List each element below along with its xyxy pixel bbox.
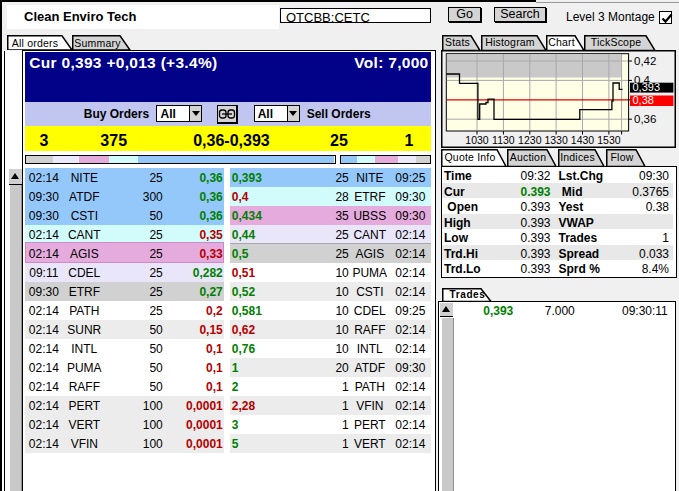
svg-text:1330: 1330 — [544, 134, 568, 146]
svg-text:0,42: 0,42 — [634, 55, 656, 67]
svg-text:1130: 1130 — [492, 134, 515, 146]
svg-text:1030: 1030 — [465, 134, 489, 146]
svg-text:0,36: 0,36 — [634, 113, 656, 125]
svg-text:0,38: 0,38 — [633, 94, 654, 106]
svg-text:1430: 1430 — [571, 134, 595, 146]
svg-text:1230: 1230 — [518, 134, 542, 146]
svg-text:0,393: 0,393 — [633, 81, 661, 93]
svg-text:1530: 1530 — [597, 134, 621, 146]
